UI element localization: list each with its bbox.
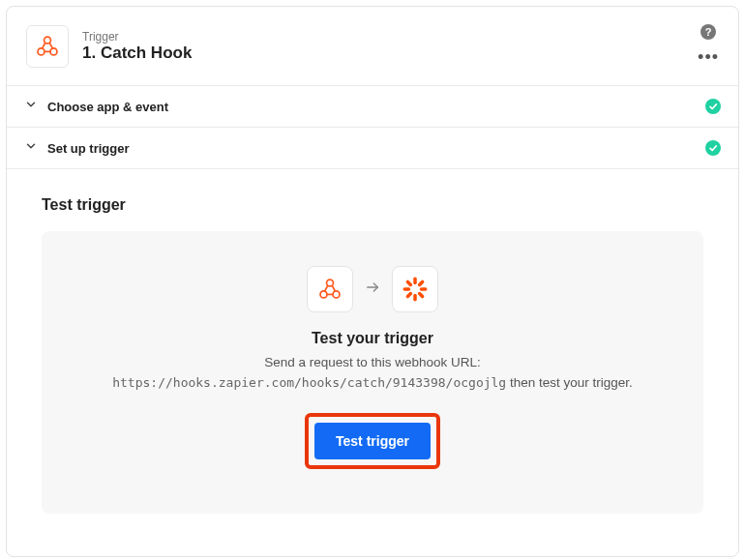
svg-point-1: [38, 47, 45, 54]
trigger-kicker: Trigger: [82, 30, 684, 44]
section-setup-trigger[interactable]: Set up trigger: [7, 127, 738, 168]
highlight-box: Test trigger: [305, 413, 440, 469]
svg-point-3: [327, 280, 334, 286]
test-box: Test your trigger Send a request to this…: [42, 231, 703, 514]
svg-rect-9: [403, 287, 411, 291]
webhook-icon: [35, 34, 60, 59]
source-app-icon: [307, 266, 353, 312]
svg-rect-8: [413, 294, 417, 302]
webhook-url: https://hooks.zapier.com/hooks/catch/914…: [112, 375, 506, 390]
svg-rect-14: [417, 291, 425, 299]
arrow-right-icon: [365, 280, 380, 299]
trigger-title: 1. Catch Hook: [82, 44, 684, 63]
status-complete-icon: [705, 99, 721, 114]
svg-rect-7: [413, 278, 417, 285]
icon-row: [65, 266, 680, 312]
zapier-icon: [392, 266, 438, 312]
app-icon: [26, 25, 69, 68]
svg-point-5: [333, 291, 340, 298]
svg-point-2: [50, 47, 57, 54]
test-trigger-panel: Test trigger: [7, 168, 738, 556]
section-label: Choose app & event: [47, 100, 696, 114]
url-suffix: then test your trigger.: [506, 375, 633, 390]
svg-rect-13: [405, 280, 413, 287]
header-text: Trigger 1. Catch Hook: [82, 30, 684, 63]
section-choose-app[interactable]: Choose app & event: [7, 85, 738, 127]
webhook-icon: [317, 277, 343, 302]
test-subtext: Send a request to this webhook URL:: [65, 355, 680, 369]
panel-title: Test trigger: [42, 196, 703, 214]
svg-rect-11: [417, 280, 425, 287]
zapier-logo-icon: [401, 275, 430, 304]
section-label: Set up trigger: [47, 141, 696, 156]
status-complete-icon: [705, 140, 721, 156]
trigger-header: Trigger 1. Catch Hook ? •••: [7, 7, 738, 85]
svg-point-0: [45, 37, 51, 44]
header-actions: ? •••: [698, 24, 719, 68]
chevron-down-icon: [24, 98, 38, 115]
chevron-down-icon: [24, 139, 38, 157]
svg-rect-12: [405, 291, 413, 299]
test-trigger-button[interactable]: Test trigger: [314, 423, 431, 459]
svg-rect-10: [420, 287, 428, 291]
test-heading: Test your trigger: [65, 330, 680, 347]
svg-point-4: [320, 291, 327, 298]
help-icon[interactable]: ?: [700, 24, 716, 40]
trigger-card: Trigger 1. Catch Hook ? ••• Choose app &…: [6, 6, 739, 557]
more-menu-icon[interactable]: •••: [698, 47, 719, 68]
webhook-url-line: https://hooks.zapier.com/hooks/catch/914…: [65, 375, 680, 390]
